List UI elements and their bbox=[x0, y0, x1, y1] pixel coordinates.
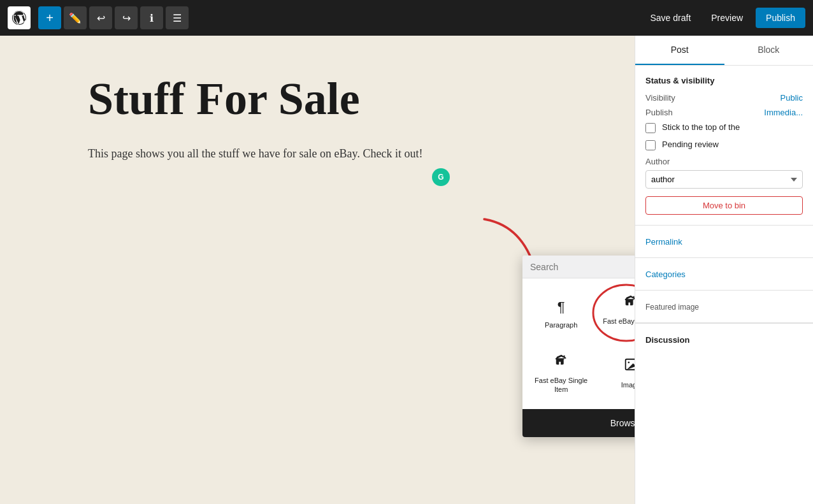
featured-image-label: Featured image bbox=[645, 303, 699, 312]
block-item-image[interactable]: Image bbox=[597, 345, 635, 402]
fast-ebay-single-item-icon bbox=[554, 353, 568, 371]
add-block-toolbar-button[interactable]: + bbox=[38, 6, 61, 29]
stick-to-top-label: Stick to the top of the bbox=[662, 122, 740, 132]
author-label: Author bbox=[645, 157, 803, 166]
categories-link[interactable]: Categories bbox=[645, 270, 686, 279]
visibility-value[interactable]: Public bbox=[781, 93, 803, 103]
undo-button[interactable]: ↩ bbox=[89, 6, 112, 29]
paragraph-icon: ¶ bbox=[558, 299, 565, 315]
sidebar-panel: Post Block Status & visibility Visibilit… bbox=[635, 36, 813, 504]
pending-review-checkbox[interactable] bbox=[645, 140, 656, 150]
info-button[interactable]: ℹ bbox=[140, 6, 163, 29]
blocks-grid: ¶ Paragraph Fast eBay Search bbox=[522, 278, 635, 409]
search-row bbox=[522, 256, 635, 278]
status-section-title: Status & visibility bbox=[645, 76, 803, 85]
pending-review-label: Pending review bbox=[662, 140, 719, 149]
block-label-fast-ebay-search: Fast eBay Search bbox=[603, 317, 635, 326]
author-select[interactable]: author bbox=[645, 170, 803, 189]
visibility-label: Visibility bbox=[645, 93, 675, 103]
browse-all-button[interactable]: Browse all bbox=[522, 409, 635, 437]
image-icon bbox=[624, 357, 635, 375]
discussion-title: Discussion bbox=[645, 335, 689, 345]
block-item-fast-ebay-single-item[interactable]: Fast eBay Single Item bbox=[528, 345, 594, 402]
list-view-button[interactable]: ☰ bbox=[166, 6, 189, 29]
page-title: Stuff For Sale bbox=[88, 74, 547, 124]
permalink-link[interactable]: Permalink bbox=[645, 237, 682, 247]
move-to-bin-button[interactable]: Move to bin bbox=[645, 196, 803, 215]
page-body: This page shows you all the stuff we hav… bbox=[88, 145, 547, 163]
block-label-paragraph: Paragraph bbox=[545, 320, 577, 329]
block-search-input[interactable] bbox=[530, 262, 635, 272]
preview-button[interactable]: Preview bbox=[703, 9, 751, 27]
categories-section: Categories bbox=[635, 258, 813, 291]
tab-post[interactable]: Post bbox=[635, 36, 724, 65]
block-item-fast-ebay-search[interactable]: Fast eBay Search bbox=[597, 286, 635, 333]
toolbar-right: Save draft Preview Publish bbox=[642, 8, 805, 28]
edit-tool-button[interactable]: ✏️ bbox=[64, 6, 87, 29]
wp-logo bbox=[8, 6, 31, 29]
publish-row: Publish Immedia... bbox=[645, 108, 803, 117]
status-visibility-section: Status & visibility Visibility Public Pu… bbox=[635, 66, 813, 226]
block-label-fast-ebay-single-item: Fast eBay Single Item bbox=[533, 376, 589, 394]
block-item-paragraph[interactable]: ¶ Paragraph bbox=[528, 286, 594, 343]
pending-review-row: Pending review bbox=[645, 140, 803, 150]
save-draft-button[interactable]: Save draft bbox=[642, 9, 698, 27]
block-inserter: ¶ Paragraph Fast eBay Search bbox=[522, 256, 635, 437]
featured-image-section: Featured image bbox=[635, 291, 813, 323]
canvas-area: Stuff For Sale This page shows you all t… bbox=[0, 36, 635, 504]
publish-label: Publish bbox=[645, 108, 673, 117]
svg-point-4 bbox=[628, 361, 630, 363]
stick-to-top-row: Stick to the top of the bbox=[645, 122, 803, 133]
visibility-row: Visibility Public bbox=[645, 93, 803, 103]
page-content: Stuff For Sale This page shows you all t… bbox=[88, 74, 547, 163]
publish-button[interactable]: Publish bbox=[756, 8, 805, 28]
publish-value[interactable]: Immedia... bbox=[764, 108, 803, 117]
grammarly-icon[interactable]: G bbox=[432, 168, 450, 186]
discussion-section: Discussion bbox=[635, 323, 813, 356]
redo-button[interactable]: ↪ bbox=[115, 6, 138, 29]
block-label-image: Image bbox=[621, 380, 635, 389]
fast-ebay-search-icon bbox=[624, 294, 635, 312]
stick-to-top-checkbox[interactable] bbox=[645, 123, 656, 133]
sidebar-tabs: Post Block bbox=[635, 36, 813, 66]
toolbar: + ✏️ ↩ ↪ ℹ ☰ Save draft Preview Publish bbox=[0, 0, 813, 36]
main-layout: Stuff For Sale This page shows you all t… bbox=[0, 36, 813, 504]
tab-block[interactable]: Block bbox=[724, 36, 814, 65]
permalink-section: Permalink bbox=[635, 226, 813, 258]
